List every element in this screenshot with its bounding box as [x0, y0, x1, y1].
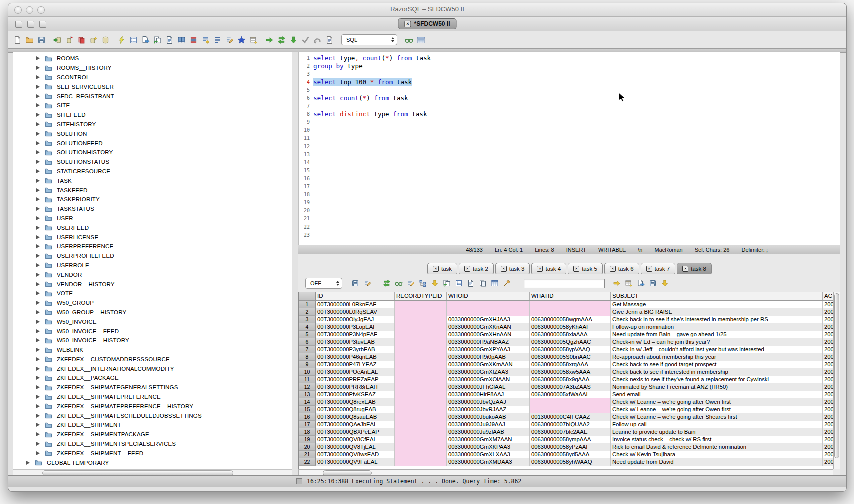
row-number[interactable]: 21: [299, 451, 316, 458]
grid-cell[interactable]: 00T3000000P3tuvEAB: [316, 338, 395, 346]
editor-line[interactable]: 17: [299, 183, 840, 191]
grid-cell[interactable]: 0033000000GmXLXAA3: [447, 451, 530, 458]
refresh-objects-icon[interactable]: [154, 36, 162, 44]
grid-row[interactable]: 1200T3000000PRR8rEAH0033000000JFhGlAAL00…: [299, 384, 834, 391]
disclosure-triangle-icon[interactable]: [36, 150, 40, 154]
grid-cell[interactable]: 0033000000GmXIZAA3: [447, 368, 530, 376]
grid-cell[interactable]: 00T3000000QBXPeEAP: [316, 428, 395, 436]
row-number[interactable]: 19: [299, 436, 316, 444]
status-stop-icon[interactable]: [296, 478, 302, 484]
connect-db-icon[interactable]: [54, 36, 62, 44]
grid-cell[interactable]: 200: [823, 354, 834, 361]
tree-item[interactable]: SFDC_REGISTRANT: [14, 92, 292, 101]
row-number[interactable]: 11: [299, 376, 316, 384]
column-header-recordtypeid[interactable]: RECORDTYPEID: [395, 292, 447, 300]
grid-cell[interactable]: Get Massage: [611, 301, 823, 308]
grid-row[interactable]: 1900T3000000QV8CfEAL0033000000GmXM7AAN00…: [299, 436, 834, 444]
grid-row[interactable]: 1100T3000000PREZaEAP0033000000GmXOiAAN00…: [299, 376, 834, 384]
grid-cell[interactable]: 200: [823, 331, 834, 338]
view-results-icon[interactable]: [405, 36, 414, 44]
disclosure-triangle-icon[interactable]: [36, 226, 40, 230]
row-number[interactable]: 3: [299, 316, 316, 324]
grid-cell[interactable]: 006300000058yhWAAQ: [530, 458, 611, 466]
grid-cell[interactable]: Check back to see if good target prospec…: [611, 361, 823, 368]
result-tab[interactable]: × task 6: [604, 263, 640, 274]
close-tab-icon[interactable]: ×: [537, 266, 543, 272]
commit-icon[interactable]: [302, 36, 310, 44]
mdi-restore-icon[interactable]: [28, 21, 34, 28]
disclosure-triangle-icon[interactable]: [36, 358, 40, 362]
insert-row-icon[interactable]: [624, 280, 633, 288]
tree-item[interactable]: ZKFEDEX__INTERNATIONALCOMMODITY: [14, 364, 292, 374]
grid-cell[interactable]: 00630000005S0bnAAC: [530, 354, 611, 361]
row-number[interactable]: 16: [299, 414, 316, 421]
grid-row[interactable]: 2000T3000000QV8TjEAL0033000000GmXKPAA300…: [299, 444, 834, 451]
search-pin-icon[interactable]: [502, 280, 511, 288]
tree-item[interactable]: ZKFEDEX__SHIPMENT__FEED: [14, 448, 292, 458]
grid-cell[interactable]: Nominated by Shane Freeman at ANZ (HR50): [611, 384, 823, 391]
tree-item[interactable]: ZKFEDEX__SHIPMATEPREFERENCE: [14, 392, 292, 402]
new-file-icon[interactable]: [14, 36, 22, 44]
grid-cell[interactable]: [447, 308, 530, 316]
grid-cell[interactable]: [395, 406, 447, 414]
disclosure-triangle-icon[interactable]: [36, 236, 40, 240]
row-number[interactable]: 10: [299, 368, 316, 376]
grid-cell[interactable]: 0033000000Ju9J9AAJ: [447, 421, 530, 428]
grid-cell[interactable]: [395, 331, 447, 338]
reload-grid-icon[interactable]: [442, 280, 451, 288]
grid-cell[interactable]: [395, 421, 447, 428]
row-number[interactable]: 13: [299, 391, 316, 398]
grid-cell[interactable]: 00T3000000Q8sauEAB: [316, 414, 395, 421]
column-header-id[interactable]: ID: [316, 292, 395, 300]
grid-cell[interactable]: 006300000058yd5AAA: [530, 451, 611, 458]
row-number[interactable]: 4: [299, 324, 316, 331]
grid-cell[interactable]: [395, 338, 447, 346]
editor-line[interactable]: 5: [299, 86, 840, 94]
tree-view-icon[interactable]: [418, 280, 427, 288]
editor-line[interactable]: 3: [299, 70, 840, 78]
result-tab[interactable]: × task 7: [641, 263, 676, 274]
editor-line[interactable]: 19: [299, 199, 840, 207]
tree-item[interactable]: ZKFEDEX__PACKAGE: [14, 374, 292, 383]
grid-row[interactable]: 1600T3000000Q8sauEAB0033000000JbukoAAB00…: [299, 414, 834, 421]
close-document-icon[interactable]: ×: [404, 21, 411, 28]
disclosure-triangle-icon[interactable]: [36, 66, 40, 70]
disclosure-triangle-icon[interactable]: [36, 170, 40, 174]
sort-rows-icon[interactable]: [430, 280, 439, 288]
grid-cell[interactable]: 0033000000GmXKPAA3: [447, 444, 530, 451]
grid-cell[interactable]: [395, 376, 447, 384]
export-rows-icon[interactable]: [636, 280, 645, 288]
grid-cell[interactable]: Re-approach about membership this year: [611, 354, 823, 361]
grid-row[interactable]: 200T3000000L0RqSEAVGive Jenn a BIG RAISE…: [299, 308, 834, 316]
column-list-icon[interactable]: [454, 280, 463, 288]
grid-cell[interactable]: Check-in w/ Jeff – couldn't afford last …: [611, 346, 823, 354]
tree-item[interactable]: VOTE: [14, 289, 292, 298]
close-tab-icon[interactable]: ×: [574, 266, 580, 272]
grid-row[interactable]: 2100T3000000QV8wsEAD0033000000GmXLXAA300…: [299, 451, 834, 458]
grid-cell[interactable]: 0033000000JbvRJAAZ: [447, 406, 530, 414]
editor-line[interactable]: 15: [299, 166, 840, 174]
tree-item[interactable]: ZKFEDEX__SHIPMATEGENERALSETTINGS: [14, 383, 292, 392]
editor-line[interactable]: 10: [299, 126, 840, 134]
result-tab[interactable]: × task: [428, 263, 458, 274]
grid-cell[interactable]: 200: [823, 301, 834, 308]
tree-item[interactable]: USERFEED: [14, 223, 292, 232]
disconnect-db-icon[interactable]: [66, 36, 74, 44]
auto-commit-select[interactable]: OFF: [306, 278, 342, 289]
tree-item[interactable]: STATICRESOURCE: [14, 167, 292, 176]
tree-item[interactable]: W50_GROUP: [14, 298, 292, 308]
editor-line[interactable]: 6 select count(*) from task: [299, 94, 840, 102]
grid-row[interactable]: 800T3000000P46qnEAB0033000000H9i0pAAB006…: [299, 354, 834, 361]
grid-cell[interactable]: 0033000000JFhGlAAL: [447, 384, 530, 391]
grid-row[interactable]: 1400T3000000Q8rexEAB0033000000JbvQzAAJCh…: [299, 398, 834, 406]
grid-cell[interactable]: 00630000007A3bZAAS: [530, 384, 611, 391]
sql-mode-select[interactable]: SQL: [342, 34, 398, 46]
copy-grid-icon[interactable]: [490, 280, 499, 288]
grid-cell[interactable]: Check w/ Leanne – we're going after Owen…: [611, 406, 823, 414]
tree-item[interactable]: WEBLINK: [14, 346, 292, 355]
disclosure-triangle-icon[interactable]: [36, 432, 40, 436]
grid-cell[interactable]: 0033000000JbukoAAB: [447, 414, 530, 421]
grid-cell[interactable]: 006300000058wgmAAA: [530, 316, 611, 324]
grid-cell[interactable]: 00630000007blc2AAE: [530, 428, 611, 436]
row-number[interactable]: 5: [299, 331, 316, 338]
